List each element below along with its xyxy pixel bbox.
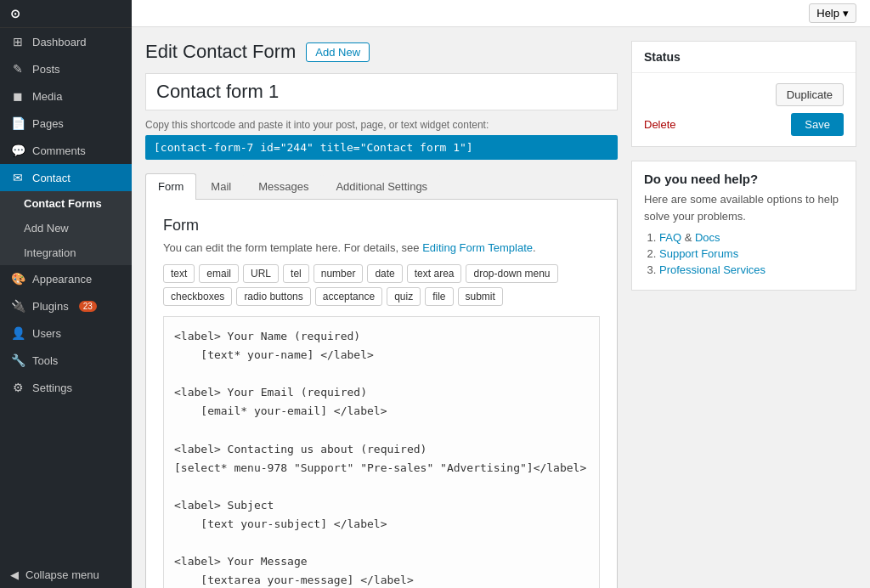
- form-code-editor[interactable]: <label> Your Name (required) [text* your…: [163, 316, 600, 588]
- collapse-icon: ◀: [10, 568, 19, 581]
- status-panel-title: Status: [632, 42, 856, 73]
- docs-link[interactable]: Docs: [695, 231, 720, 244]
- sidebar-item-add-new[interactable]: Add New: [0, 216, 132, 240]
- page-title-row: Edit Contact Form Add New: [145, 41, 618, 63]
- help-panel-description: Here are some available options to help …: [644, 191, 844, 224]
- posts-icon: ✎: [10, 62, 25, 76]
- main-area: Help ▾ Edit Contact Form Add New Copy th…: [132, 0, 870, 588]
- faq-link[interactable]: FAQ: [659, 231, 681, 244]
- sidebar: ⊙ ⊞ Dashboard ✎ Posts ◼ Media 📄 Pages 💬 …: [0, 0, 132, 588]
- professional-services-link[interactable]: Professional Services: [659, 263, 765, 276]
- users-icon: 👤: [10, 326, 25, 340]
- tag-btn-text[interactable]: text: [163, 264, 195, 283]
- sidebar-item-label: Users: [32, 327, 61, 340]
- help-label: Help: [816, 7, 839, 20]
- form-description: You can edit the form template here. For…: [163, 241, 600, 254]
- sidebar-item-plugins[interactable]: 🔌 Plugins 23: [0, 292, 132, 319]
- sidebar-item-comments[interactable]: 💬 Comments: [0, 137, 132, 164]
- delete-link[interactable]: Delete: [644, 118, 676, 131]
- shortcode-box[interactable]: [contact-form-7 id="244" title="Contact …: [145, 135, 618, 160]
- comments-icon: 💬: [10, 144, 25, 157]
- help-panel-body: Do you need help? Here are some availabl…: [632, 161, 856, 290]
- plugins-badge: 23: [79, 301, 97, 312]
- page-title: Edit Contact Form: [145, 41, 296, 63]
- help-panel-title: Do you need help?: [644, 172, 844, 186]
- chevron-down-icon: ▾: [843, 7, 849, 20]
- tag-btn-number[interactable]: number: [314, 264, 364, 283]
- add-new-button[interactable]: Add New: [306, 42, 370, 62]
- sidebar-item-label: Pages: [32, 117, 64, 130]
- help-button[interactable]: Help ▾: [809, 3, 856, 23]
- editing-form-template-link[interactable]: Editing Form Template: [422, 241, 533, 254]
- content-area: Edit Contact Form Add New Copy this shor…: [132, 27, 870, 588]
- media-icon: ◼: [10, 89, 25, 103]
- wp-icon: ⊙: [10, 7, 20, 20]
- tag-btn-textarea[interactable]: text area: [407, 264, 462, 283]
- contact-icon: ✉: [10, 171, 25, 184]
- shortcode-label: Copy this shortcode and paste it into yo…: [145, 119, 618, 131]
- sidebar-item-users[interactable]: 👤 Users: [0, 319, 132, 347]
- sidebar-item-label: Contact: [32, 172, 71, 184]
- settings-icon: ⚙: [10, 381, 25, 394]
- sidebar-item-media[interactable]: ◼ Media: [0, 82, 132, 110]
- tab-form[interactable]: Form: [145, 173, 196, 200]
- status-panel-body: Duplicate Delete Save: [632, 73, 856, 146]
- tools-icon: 🔧: [10, 353, 25, 367]
- sidebar-item-dashboard[interactable]: ⊞ Dashboard: [0, 28, 132, 55]
- tag-btn-url[interactable]: URL: [243, 264, 279, 283]
- contact-submenu: Contact Forms Add New Integration: [0, 191, 132, 265]
- left-column: Edit Contact Form Add New Copy this shor…: [145, 41, 618, 574]
- tab-messages[interactable]: Messages: [246, 173, 321, 199]
- status-actions: Delete Save: [644, 106, 844, 136]
- sidebar-item-contact-forms[interactable]: Contact Forms: [0, 191, 132, 216]
- sidebar-item-label: Settings: [32, 382, 72, 394]
- tag-buttons-row: text email URL tel number date text area…: [163, 264, 600, 306]
- sidebar-item-contact[interactable]: ✉ Contact: [0, 164, 132, 191]
- tag-btn-dropdown[interactable]: drop-down menu: [466, 264, 557, 283]
- sidebar-item-label: Comments: [32, 144, 86, 157]
- sidebar-item-label: Posts: [32, 63, 60, 76]
- tab-content-form: Form You can edit the form template here…: [145, 200, 618, 588]
- sidebar-item-label: Plugins: [32, 300, 69, 313]
- tag-btn-radio[interactable]: radio buttons: [236, 287, 310, 306]
- sidebar-item-label: Dashboard: [32, 36, 87, 48]
- plugins-icon: 🔌: [10, 299, 25, 313]
- help-link-1: FAQ & Docs: [659, 231, 844, 244]
- tab-mail[interactable]: Mail: [198, 173, 244, 199]
- pages-icon: 📄: [10, 116, 25, 130]
- help-link-3: Professional Services: [659, 263, 844, 276]
- save-button[interactable]: Save: [791, 113, 844, 136]
- collapse-menu-button[interactable]: ◀ Collapse menu: [0, 562, 132, 588]
- help-link-2: Support Forums: [659, 247, 844, 260]
- tag-btn-email[interactable]: email: [199, 264, 239, 283]
- appearance-icon: 🎨: [10, 272, 25, 286]
- sidebar-item-tools[interactable]: 🔧 Tools: [0, 347, 132, 374]
- sidebar-item-pages[interactable]: 📄 Pages: [0, 110, 132, 137]
- sidebar-item-posts[interactable]: ✎ Posts: [0, 55, 132, 82]
- collapse-label: Collapse menu: [25, 568, 99, 581]
- sidebar-item-appearance[interactable]: 🎨 Appearance: [0, 265, 132, 292]
- tag-btn-acceptance[interactable]: acceptance: [315, 287, 382, 306]
- right-column: Status Duplicate Delete Save Do you need…: [631, 41, 856, 574]
- sidebar-item-settings[interactable]: ⚙ Settings: [0, 374, 132, 401]
- sidebar-item-integration[interactable]: Integration: [0, 240, 132, 265]
- sidebar-item-label: Tools: [32, 354, 58, 367]
- form-name-input[interactable]: [145, 73, 618, 110]
- form-section-title: Form: [163, 217, 600, 235]
- tag-btn-submit[interactable]: submit: [458, 287, 503, 306]
- tag-btn-checkboxes[interactable]: checkboxes: [163, 287, 232, 306]
- topbar: Help ▾: [132, 0, 870, 27]
- tag-btn-tel[interactable]: tel: [283, 264, 309, 283]
- sidebar-item-label: Media: [32, 90, 62, 103]
- tab-additional-settings[interactable]: Additional Settings: [323, 173, 440, 199]
- help-panel: Do you need help? Here are some availabl…: [631, 161, 856, 291]
- dashboard-icon: ⊞: [10, 35, 25, 48]
- duplicate-button[interactable]: Duplicate: [776, 83, 844, 106]
- status-panel: Status Duplicate Delete Save: [631, 41, 856, 147]
- tag-btn-quiz[interactable]: quiz: [387, 287, 421, 306]
- support-forums-link[interactable]: Support Forums: [659, 247, 738, 260]
- help-links-list: FAQ & Docs Support Forums Professional S…: [644, 231, 844, 276]
- sidebar-item-label: Appearance: [32, 273, 92, 286]
- tag-btn-file[interactable]: file: [425, 287, 453, 306]
- tag-btn-date[interactable]: date: [367, 264, 402, 283]
